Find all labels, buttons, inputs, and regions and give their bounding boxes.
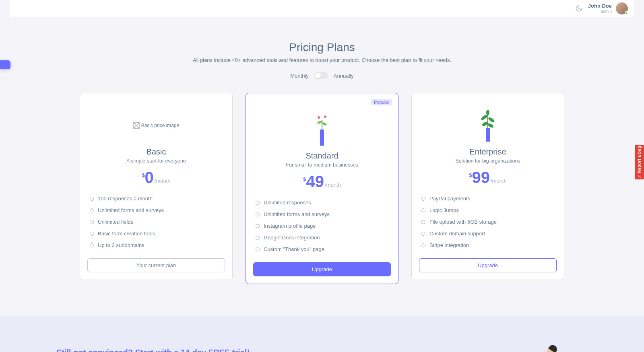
- plant-icon: [479, 108, 497, 143]
- feature-item: Unlimited fields: [90, 216, 223, 228]
- plan-enterprise-name: Enterprise: [419, 147, 557, 156]
- feature-item: Logic Jumps: [421, 204, 554, 216]
- plan-enterprise-price: $ 99 /month: [419, 169, 557, 185]
- plan-basic-name: Basic: [87, 147, 225, 156]
- topnav: John Doe admin: [10, 0, 634, 17]
- plan-enterprise-image: [419, 108, 557, 143]
- cta-title: Still not convinced? Start with a 14-day…: [56, 348, 250, 352]
- amount: 49: [306, 173, 324, 189]
- currency: $: [469, 172, 472, 178]
- plan-standard-name: Standard: [253, 151, 391, 161]
- svg-point-1: [317, 120, 322, 125]
- svg-rect-0: [320, 130, 324, 146]
- page-subtitle: All plans include 40+ advanced tools and…: [16, 57, 628, 63]
- plan-standard-image: [253, 112, 391, 147]
- user-menu[interactable]: John Doe admin: [588, 2, 628, 14]
- svg-point-6: [480, 114, 488, 121]
- pricing-header: Pricing Plans All plans include 40+ adva…: [16, 41, 628, 63]
- plan-standard-subtitle: For small to medium businesses: [253, 162, 391, 168]
- plan-basic-image: Basic price image: [87, 108, 225, 143]
- user-name: John Doe: [588, 3, 612, 9]
- amount: 0: [145, 169, 154, 185]
- plan-enterprise-features: PayPal payments Logic Jumps File upload …: [421, 193, 554, 251]
- plan-basic-price: $ 0 /month: [87, 169, 225, 185]
- feature-item: Unlimited forms and surveys: [90, 204, 223, 216]
- buy-now-tab[interactable]: [0, 60, 10, 69]
- plan-enterprise: Enterprise Solution for big organization…: [411, 93, 564, 280]
- feature-item: Unlimited responses: [256, 197, 388, 208]
- period: /month: [491, 178, 507, 184]
- currency: $: [142, 172, 144, 178]
- popular-badge: Popular: [371, 99, 392, 105]
- feature-item: Google Docs integration: [256, 232, 388, 243]
- svg-point-2: [322, 122, 327, 126]
- status-online-icon: [625, 11, 628, 15]
- plan-standard: Popular Standard For small to medium bus…: [246, 93, 398, 284]
- broken-image-icon: Basic price image: [133, 122, 180, 129]
- feature-item: Instagram profile page: [256, 220, 388, 232]
- period: /month: [325, 182, 341, 188]
- svg-rect-5: [486, 128, 490, 142]
- cta-band: Still not convinced? Start with a 14-day…: [0, 316, 644, 352]
- feature-item: File upload with 5GB storage: [421, 216, 554, 228]
- feature-item: Unlimited forms and surveys: [256, 208, 388, 220]
- toggle-monthly-label: Monthly: [290, 73, 309, 79]
- feature-item: Up to 2 subdomains: [90, 239, 223, 251]
- feature-item: 100 responses a month: [90, 193, 223, 204]
- feature-item: PayPal payments: [421, 193, 554, 204]
- plans-grid: Basic price image Basic A simple start f…: [16, 93, 628, 300]
- svg-point-4: [324, 115, 326, 118]
- page-title: Pricing Plans: [16, 41, 628, 54]
- currency: $: [303, 176, 306, 182]
- feature-item: Custom "Thank you" page: [256, 243, 388, 255]
- theme-toggle-icon[interactable]: [575, 5, 582, 12]
- report-bug-tab[interactable]: Report a bug: [635, 145, 644, 179]
- report-bug-label: Report a bug: [638, 146, 642, 173]
- feature-item: Basic form creation tools: [90, 228, 223, 239]
- plan-basic: Basic price image Basic A simple start f…: [80, 93, 233, 280]
- plan-enterprise-cta[interactable]: Upgrade: [419, 258, 557, 272]
- amount: 99: [472, 169, 490, 185]
- feature-item: Custom domain support: [421, 228, 554, 239]
- plan-standard-price: $ 49 /month: [253, 173, 391, 189]
- plan-standard-cta[interactable]: Upgrade: [253, 262, 391, 276]
- avatar: [616, 2, 628, 14]
- plan-enterprise-subtitle: Solution for big organizations: [419, 158, 557, 164]
- cta-illustration: [491, 332, 588, 352]
- plan-basic-cta[interactable]: Your current plan: [87, 258, 225, 272]
- user-role: admin: [588, 9, 612, 14]
- billing-switch[interactable]: [314, 72, 328, 79]
- toggle-annually-label: Annually: [334, 73, 354, 79]
- svg-point-10: [486, 110, 489, 115]
- plant-icon: [313, 112, 331, 147]
- plan-basic-subtitle: A simple start for everyone: [87, 158, 225, 164]
- plan-standard-features: Unlimited responses Unlimited forms and …: [256, 197, 388, 255]
- plan-basic-features: 100 responses a month Unlimited forms an…: [90, 193, 223, 251]
- period: /month: [155, 178, 171, 184]
- feature-item: Stripe integration: [421, 239, 554, 251]
- edit-icon: [638, 175, 642, 179]
- svg-point-7: [487, 117, 495, 124]
- svg-point-3: [318, 116, 320, 119]
- billing-toggle: Monthly Annually: [16, 72, 628, 79]
